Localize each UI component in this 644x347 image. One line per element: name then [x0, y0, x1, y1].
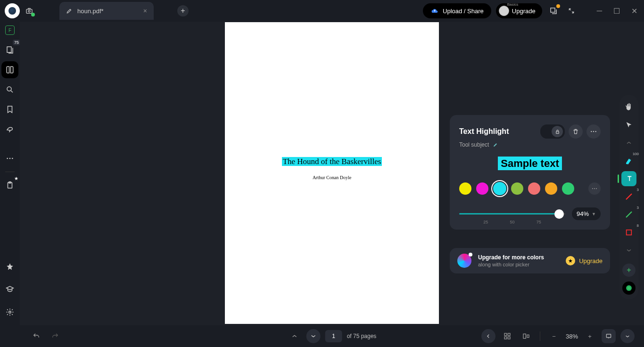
- hand-tool-button[interactable]: [621, 99, 636, 115]
- collapse-down-button[interactable]: [621, 243, 636, 258]
- lock-toggle[interactable]: [540, 124, 565, 139]
- snapshot-button[interactable]: [23, 4, 36, 17]
- color-swatch-green[interactable]: [562, 182, 574, 195]
- sample-text-preview: Sample text: [459, 157, 601, 170]
- sidebar-clipboard-button[interactable]: ★: [1, 177, 18, 194]
- zoom-out-button[interactable]: −: [547, 329, 561, 343]
- svg-point-17: [596, 188, 597, 189]
- brand-button[interactable]: [622, 281, 636, 295]
- svg-point-10: [9, 311, 11, 314]
- sidebar-reader-button[interactable]: [1, 61, 18, 78]
- expand-bottombar-button[interactable]: [620, 329, 635, 343]
- svg-rect-24: [508, 337, 510, 339]
- sidebar-divider: [5, 172, 15, 172]
- box-tool-button[interactable]: 8: [621, 225, 636, 240]
- grid-view-button[interactable]: [500, 329, 514, 343]
- svg-rect-20: [627, 230, 632, 235]
- sidebar-search-button[interactable]: [1, 81, 18, 98]
- svg-line-18: [626, 194, 632, 199]
- red-line-tool-button[interactable]: 3: [621, 189, 636, 204]
- basics-label: Basics: [507, 2, 519, 7]
- svg-point-15: [592, 188, 593, 189]
- upgrade-panel-title: Upgrade for more colors: [478, 254, 544, 261]
- red-line-badge: 3: [637, 188, 639, 192]
- page-down-button[interactable]: [306, 329, 321, 343]
- color-swatch-cyan[interactable]: [493, 182, 506, 195]
- svg-rect-0: [26, 9, 32, 14]
- sidebar-thumbnails-button[interactable]: 75: [1, 41, 18, 58]
- lock-icon: [552, 126, 563, 137]
- zoom-level: 38%: [566, 333, 578, 340]
- page-total-label: of 75 pages: [347, 333, 377, 339]
- sidebar-settings-button[interactable]: [1, 304, 18, 321]
- highlighter-badge: 100: [633, 152, 639, 156]
- zoom-in-button[interactable]: +: [583, 329, 597, 343]
- page-up-button[interactable]: [288, 329, 302, 343]
- titlebar: houn.pdf* × + Upload / Share Basics Upgr…: [0, 0, 644, 22]
- svg-rect-2: [551, 8, 555, 12]
- document-author[interactable]: Arthur Conan Doyle: [225, 175, 439, 180]
- bottombar: of 75 pages − 38% +: [20, 325, 644, 347]
- page-number-input[interactable]: [325, 330, 342, 342]
- add-tool-button[interactable]: +: [622, 264, 636, 277]
- tab-close-icon[interactable]: ×: [143, 7, 147, 15]
- redo-button[interactable]: [48, 329, 62, 343]
- pencil-icon: [66, 8, 73, 14]
- sidebar-favorites-button[interactable]: [1, 258, 18, 275]
- tab-filename: houn.pdf*: [77, 8, 104, 15]
- text-highlight-tool-button[interactable]: [621, 171, 636, 186]
- svg-point-1: [28, 10, 30, 12]
- opacity-slider[interactable]: 25 50 75: [459, 208, 565, 220]
- panel-title: Text Highlight: [459, 127, 509, 136]
- svg-rect-23: [504, 337, 507, 339]
- pdf-page[interactable]: The Hound of the Baskervilles Arthur Con…: [225, 22, 439, 324]
- upgrade-button-top[interactable]: Basics Upgrade: [496, 3, 542, 18]
- upload-share-button[interactable]: Upload / Share: [423, 3, 491, 18]
- app-logo[interactable]: [5, 3, 20, 18]
- svg-line-19: [626, 212, 632, 217]
- green-line-tool-button[interactable]: 3: [621, 207, 636, 222]
- star-icon: ★: [566, 256, 575, 265]
- prev-layout-button[interactable]: [481, 329, 495, 343]
- opacity-value-dropdown[interactable]: 94% ▼: [572, 207, 601, 220]
- edit-subject-icon[interactable]: [493, 142, 498, 148]
- presentation-button[interactable]: [602, 329, 616, 343]
- delete-button[interactable]: [569, 124, 583, 139]
- window-close-button[interactable]: ✕: [631, 7, 637, 16]
- svg-point-14: [595, 131, 596, 132]
- highlighter-tool-button[interactable]: 100: [621, 153, 636, 168]
- document-title-highlighted[interactable]: The Hound of the Baskervilles: [225, 157, 439, 166]
- color-swatch-orange[interactable]: [545, 182, 557, 195]
- panel-subject: Tool subject: [459, 141, 489, 148]
- svg-rect-26: [527, 335, 529, 337]
- color-swatch-coral[interactable]: [528, 182, 540, 195]
- fit-page-button[interactable]: [519, 329, 533, 343]
- color-swatch-olive[interactable]: [511, 182, 523, 195]
- star-indicator-icon: ★: [14, 176, 18, 181]
- file-badge[interactable]: F: [5, 25, 15, 35]
- notifications-button[interactable]: [547, 4, 560, 17]
- color-swatch-magenta[interactable]: [476, 182, 488, 195]
- collapse-up-button[interactable]: [621, 135, 636, 150]
- fullscreen-button[interactable]: [565, 4, 578, 17]
- sidebar-bookmark-button[interactable]: [1, 101, 18, 118]
- green-line-badge: 3: [637, 206, 639, 210]
- color-swatch-yellow[interactable]: [459, 182, 471, 195]
- undo-button[interactable]: [29, 329, 43, 343]
- sidebar-annotations-button[interactable]: [1, 121, 18, 138]
- moon-icon: [499, 6, 509, 16]
- left-sidebar: F 75 ★: [0, 22, 20, 325]
- sidebar-more-button[interactable]: [1, 150, 18, 167]
- sidebar-learn-button[interactable]: [1, 281, 18, 298]
- panel-more-button[interactable]: [586, 124, 601, 139]
- select-tool-button[interactable]: [621, 117, 636, 132]
- more-colors-button[interactable]: [588, 182, 601, 195]
- window-minimize-button[interactable]: ─: [597, 7, 602, 16]
- upgrade-panel-cta[interactable]: Upgrade: [579, 257, 603, 264]
- upgrade-label-top: Upgrade: [512, 8, 536, 15]
- svg-rect-27: [606, 334, 611, 338]
- svg-point-12: [591, 131, 592, 132]
- new-tab-button[interactable]: +: [177, 5, 189, 17]
- window-maximize-button[interactable]: ☐: [613, 7, 620, 16]
- tab-document[interactable]: houn.pdf* ×: [59, 2, 154, 20]
